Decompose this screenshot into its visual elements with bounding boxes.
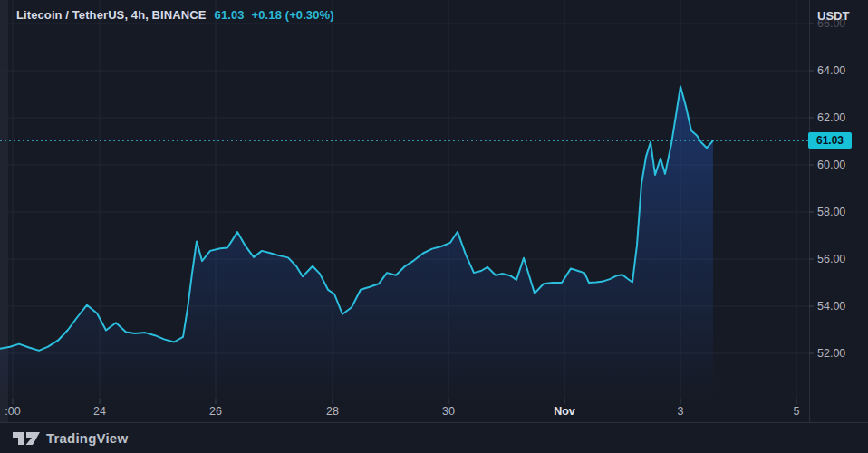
- chart-legend: Litecoin / TetherUS, 4h, BINANCE61.03+0.…: [16, 8, 334, 22]
- tradingview-logo-icon[interactable]: [13, 429, 40, 448]
- price-axis-label: 52.00: [817, 346, 845, 361]
- time-axis-label: 26: [209, 404, 222, 419]
- symbol-title[interactable]: Litecoin / TetherUS, 4h, BINANCE: [16, 8, 207, 22]
- price-axis-label: 58.00: [817, 205, 845, 219]
- time-axis-label: 5: [794, 404, 800, 419]
- price-axis-label: 64.00: [817, 63, 845, 78]
- price-axis-label: 56.00: [817, 252, 845, 266]
- series-area-fill: [0, 86, 713, 399]
- price-chart-pane[interactable]: [0, 0, 868, 423]
- last-price-badge: 61.03: [808, 132, 852, 149]
- time-axis-label: 3: [678, 404, 684, 419]
- price-axis-label: 66.00: [817, 16, 845, 31]
- tradingview-chart-window: Litecoin / TetherUS, 4h, BINANCE61.03+0.…: [0, 0, 868, 453]
- price-axis-label: 54.00: [817, 299, 845, 313]
- tradingview-logo-text[interactable]: TradingView: [46, 430, 128, 446]
- time-axis-label: 30: [442, 404, 455, 419]
- price-axis-label: 62.00: [817, 111, 845, 125]
- legend-change: +0.18 (+0.30%): [252, 8, 334, 22]
- time-axis-label: 28: [326, 404, 339, 419]
- price-axis-label: 60.00: [817, 158, 845, 172]
- time-axis-label: :00: [5, 404, 20, 419]
- time-axis-label: Nov: [554, 404, 575, 419]
- legend-last-price: 61.03: [215, 8, 245, 22]
- footer-bar: TradingView: [0, 423, 868, 453]
- time-axis-label: 24: [93, 404, 106, 419]
